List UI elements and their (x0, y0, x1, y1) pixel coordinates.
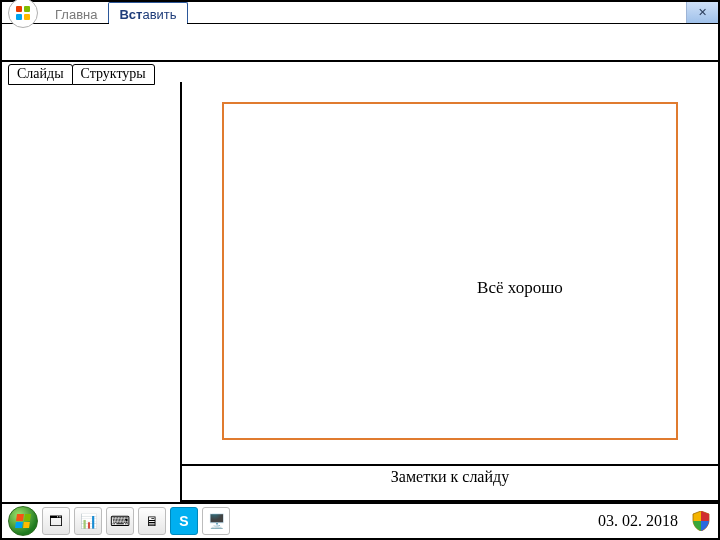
side-tab-outline[interactable]: Структуры (72, 64, 155, 85)
start-menu-icon (15, 514, 31, 528)
ribbon-tab-insert-label: Вставить (119, 7, 176, 22)
ribbon-tab-home[interactable]: Главна (44, 2, 108, 23)
office-button[interactable] (2, 2, 44, 24)
placeholder-text: Всё хорошо (477, 278, 563, 298)
side-tab-slides[interactable]: Слайды (8, 64, 73, 85)
close-icon: ✕ (698, 6, 707, 19)
chart-icon: 📊 (80, 513, 97, 529)
taskbar: 🗔 📊 ⌨ 🖥 S 🖥️ 03. 02. 2018 (2, 502, 718, 538)
slide-canvas[interactable]: Всё хорошо (222, 102, 678, 440)
devices-icon: 🖥 (145, 513, 159, 529)
ribbon-tabs-row: Главна Вставить ✕ (2, 2, 718, 24)
ribbon-tab-home-label: Главна (55, 7, 97, 22)
explorer-icon: 🗔 (49, 513, 63, 529)
window-close-button[interactable]: ✕ (686, 2, 718, 23)
workspace: Всё хорошо Заметки к слайду (2, 82, 718, 502)
content-placeholder[interactable]: Всё хорошо (222, 102, 678, 440)
taskbar-app-keyboard[interactable]: ⌨ (106, 507, 134, 535)
slide-area: Всё хорошо Заметки к слайду (182, 82, 718, 502)
office-button-icon (8, 0, 38, 28)
slide-canvas-wrap: Всё хорошо (182, 82, 718, 466)
notes-pane[interactable]: Заметки к слайду (182, 466, 718, 502)
taskbar-app-desktop[interactable]: 🖥️ (202, 507, 230, 535)
keyboard-icon: ⌨ (110, 513, 130, 529)
security-shield-icon (692, 511, 710, 531)
ribbon-spacer (188, 2, 686, 23)
ribbon-body (2, 24, 718, 62)
taskbar-app-chart[interactable]: 📊 (74, 507, 102, 535)
side-tab-outline-label: Структуры (81, 66, 146, 81)
tray-security-shield[interactable] (690, 510, 712, 532)
taskbar-date: 03. 02. 2018 (598, 512, 686, 530)
start-button[interactable] (8, 506, 38, 536)
ribbon-tab-insert[interactable]: Вставить (108, 2, 187, 23)
taskbar-app-devices[interactable]: 🖥 (138, 507, 166, 535)
desktop-icon: 🖥️ (208, 513, 225, 529)
notes-label: Заметки к слайду (391, 468, 509, 486)
taskbar-app-explorer[interactable]: 🗔 (42, 507, 70, 535)
taskbar-app-skype[interactable]: S (170, 507, 198, 535)
side-tab-slides-label: Слайды (17, 66, 64, 81)
skype-icon: S (179, 513, 188, 529)
thumbnail-pane[interactable] (2, 82, 182, 502)
window-frame: Главна Вставить ✕ Слайды Структуры Всё х… (0, 0, 720, 540)
side-pane-tabs: Слайды Структуры (8, 64, 155, 85)
